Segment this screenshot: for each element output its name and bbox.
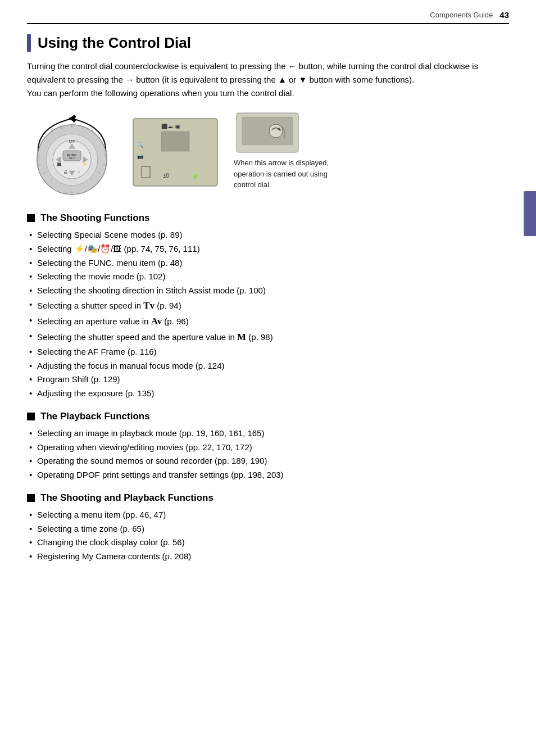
svg-text:🎬: 🎬: [57, 161, 62, 166]
svg-text:MF: MF: [69, 139, 75, 144]
svg-text:📷: 📷: [137, 153, 144, 160]
list-item: Operating the sound memos or sound recor…: [27, 454, 509, 468]
playback-functions-label: The Playback Functions: [40, 411, 150, 422]
side-tab: [524, 191, 536, 236]
list-item: Selecting a menu item (pp. 46, 47): [27, 508, 509, 522]
svg-text:🔋: 🔋: [192, 173, 199, 179]
svg-text:SET: SET: [69, 156, 75, 160]
intro-text: Turning the control dial counterclockwis…: [27, 60, 509, 100]
playback-functions-section: The Playback Functions Selecting an imag…: [27, 411, 509, 482]
list-item: Selecting the shutter speed and the aper…: [27, 329, 509, 345]
list-item: Operating DPOF print settings and transf…: [27, 468, 509, 482]
list-item: Selecting an image in playback mode (pp.…: [27, 427, 509, 441]
svg-text:⚡: ⚡: [83, 161, 88, 166]
images-row: FUNC SET MF 🎬 ⚡ 🖨 ☼: [27, 110, 509, 200]
shooting-title-square: [27, 214, 35, 222]
list-item: Selecting the FUNC. menu item (p. 48): [27, 256, 509, 270]
lcd-image: ⬛☁□▣ 🔍 📷 ±0 🔋: [130, 116, 220, 183]
list-item: Selecting Special Scene modes (p. 89): [27, 228, 509, 242]
intro-line2: You can perform the following operations…: [27, 88, 294, 98]
list-item: Selecting the shooting direction in Stit…: [27, 284, 509, 298]
shooting-playback-title-square: [27, 494, 35, 502]
arrow-caption: When this arrow is displayed, operation …: [234, 157, 329, 191]
svg-text:±0: ±0: [163, 173, 169, 179]
svg-text:⬛☁□▣: ⬛☁□▣: [161, 123, 180, 130]
playback-functions-title: The Playback Functions: [27, 411, 509, 422]
list-item: Adjusting the exposure (p. 135): [27, 387, 509, 401]
section-title: Using the Control Dial: [27, 34, 509, 52]
page-container: Components Guide 43 Using the Control Di…: [0, 0, 536, 756]
top-bar: Components Guide 43: [27, 10, 509, 24]
shooting-playback-functions-section: The Shooting and Playback Functions Sele…: [27, 492, 509, 564]
shooting-playback-functions-label: The Shooting and Playback Functions: [40, 492, 214, 504]
guide-label: Components Guide: [430, 11, 493, 19]
shooting-functions-title: The Shooting Functions: [27, 212, 509, 224]
svg-text:🖨: 🖨: [63, 170, 67, 174]
header-info: Components Guide 43: [430, 10, 509, 20]
list-item: Adjusting the focus in manual focus mode…: [27, 359, 509, 373]
arrow-image: [234, 110, 301, 155]
svg-point-45: [269, 124, 283, 138]
shooting-functions-section: The Shooting Functions Selecting Special…: [27, 212, 509, 401]
shooting-playback-functions-list: Selecting a menu item (pp. 46, 47) Selec…: [27, 508, 509, 564]
intro-line1: Turning the control dial counterclockwis…: [27, 61, 478, 84]
arrow-caption-line2: operation is carried out using: [234, 170, 328, 178]
arrow-svg: [234, 110, 301, 155]
camera-dial-svg: FUNC SET MF 🎬 ⚡ 🖨 ☼: [27, 110, 117, 200]
list-item: Selecting an aperture value in Av (p. 96…: [27, 314, 509, 329]
camera-dial-image: FUNC SET MF 🎬 ⚡ 🖨 ☼: [27, 110, 117, 200]
list-item: Program Shift (p. 129): [27, 373, 509, 387]
list-item: Selecting the AF Frame (p. 116): [27, 345, 509, 359]
svg-rect-44: [242, 117, 293, 145]
arrow-image-wrapper: When this arrow is displayed, operation …: [234, 110, 329, 191]
list-item: Changing the clock display color (p. 56): [27, 536, 509, 550]
list-item: Selecting a time zone (p. 65): [27, 522, 509, 536]
arrow-caption-line1: When this arrow is displayed,: [234, 159, 329, 167]
list-item: Operating when viewing/editing movies (p…: [27, 441, 509, 455]
shooting-functions-label: The Shooting Functions: [40, 212, 150, 224]
svg-rect-37: [161, 132, 189, 151]
list-item: Selecting a shutter speed in Tv (p. 94): [27, 298, 509, 314]
shooting-functions-list: Selecting Special Scene modes (p. 89) Se…: [27, 228, 509, 401]
svg-text:☼: ☼: [77, 170, 80, 174]
list-item: Selecting the movie mode (p. 102): [27, 270, 509, 284]
shooting-playback-functions-title: The Shooting and Playback Functions: [27, 492, 509, 504]
page-number: 43: [499, 10, 509, 20]
svg-text:🔍: 🔍: [137, 142, 144, 148]
arrow-caption-line3: control dial.: [234, 180, 271, 189]
playback-functions-list: Selecting an image in playback mode (pp.…: [27, 427, 509, 482]
lcd-svg: ⬛☁□▣ 🔍 📷 ±0 🔋: [130, 116, 220, 189]
playback-title-square: [27, 413, 35, 420]
list-item: Registering My Camera contents (p. 208): [27, 550, 509, 564]
list-item: Selecting ⚡/🎭/⏰/🖼 (pp. 74, 75, 76, 111): [27, 242, 509, 256]
